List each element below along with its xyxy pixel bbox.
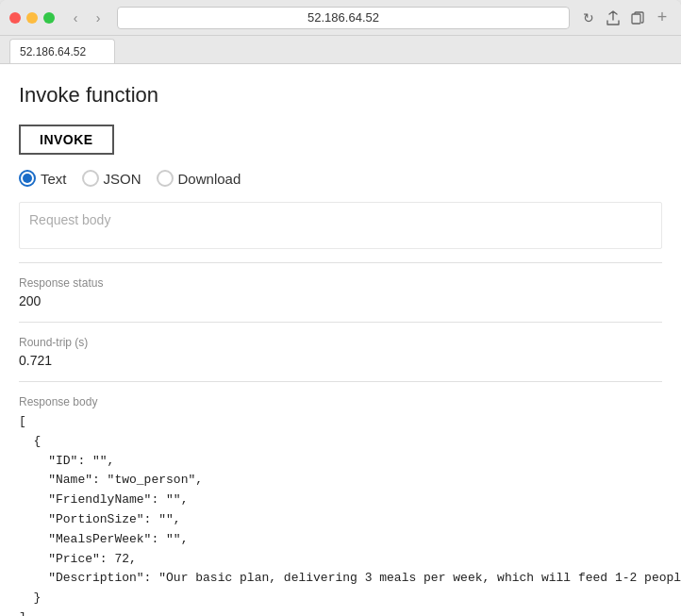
toolbar-right: ↻ +	[579, 8, 672, 27]
response-body-label: Response body	[19, 395, 662, 408]
response-status-value: 200	[19, 293, 662, 308]
maximize-button[interactable]	[43, 12, 55, 24]
page-title: Invoke function	[19, 83, 662, 108]
round-trip-value: 0.721	[19, 353, 662, 368]
response-body-code: [ { "ID": "", "Name": "two_person", "Fri…	[19, 412, 662, 616]
browser-window: ‹ › 52.186.64.52 ↻ + 52.186.64.52	[0, 0, 681, 616]
radio-text-label: Text	[41, 171, 67, 187]
request-body-placeholder: Request body	[29, 212, 110, 227]
divider-2	[19, 322, 662, 323]
address-bar[interactable]: 52.186.64.52	[117, 7, 570, 29]
radio-json[interactable]: JSON	[82, 170, 141, 187]
active-tab[interactable]: 52.186.64.52	[9, 39, 115, 63]
forward-button[interactable]: ›	[89, 8, 108, 27]
response-body-section: Response body [ { "ID": "", "Name": "two…	[19, 395, 662, 616]
round-trip-section: Round-trip (s) 0.721	[19, 336, 662, 368]
divider-1	[19, 262, 662, 263]
radio-download-label: Download	[178, 171, 241, 187]
tab-label: 52.186.64.52	[20, 45, 86, 58]
page-content: Invoke function INVOKE Text JSON Downloa…	[0, 64, 681, 616]
close-button[interactable]	[9, 12, 21, 24]
share-icon[interactable]	[604, 8, 623, 27]
traffic-lights	[9, 12, 55, 24]
address-text: 52.186.64.52	[307, 10, 379, 25]
nav-buttons: ‹ ›	[66, 8, 108, 27]
minimize-button[interactable]	[26, 12, 38, 24]
svg-rect-0	[632, 14, 640, 24]
radio-json-label: JSON	[104, 171, 141, 187]
reload-icon[interactable]: ↻	[579, 8, 598, 27]
back-button[interactable]: ‹	[66, 8, 85, 27]
response-status-section: Response status 200	[19, 276, 662, 308]
duplicate-icon[interactable]	[628, 8, 647, 27]
round-trip-label: Round-trip (s)	[19, 336, 662, 349]
radio-download[interactable]: Download	[157, 170, 241, 187]
radio-download-circle	[157, 170, 174, 187]
tab-bar: 52.186.64.52	[0, 36, 681, 64]
radio-text-circle	[19, 170, 36, 187]
divider-3	[19, 381, 662, 382]
request-body-area[interactable]: Request body	[19, 202, 662, 249]
radio-json-circle	[82, 170, 99, 187]
title-bar: ‹ › 52.186.64.52 ↻ +	[0, 0, 681, 36]
new-tab-icon[interactable]: +	[653, 8, 672, 27]
radio-text[interactable]: Text	[19, 170, 67, 187]
invoke-button[interactable]: INVOKE	[19, 125, 114, 155]
radio-group: Text JSON Download	[19, 170, 662, 187]
response-status-label: Response status	[19, 276, 662, 290]
